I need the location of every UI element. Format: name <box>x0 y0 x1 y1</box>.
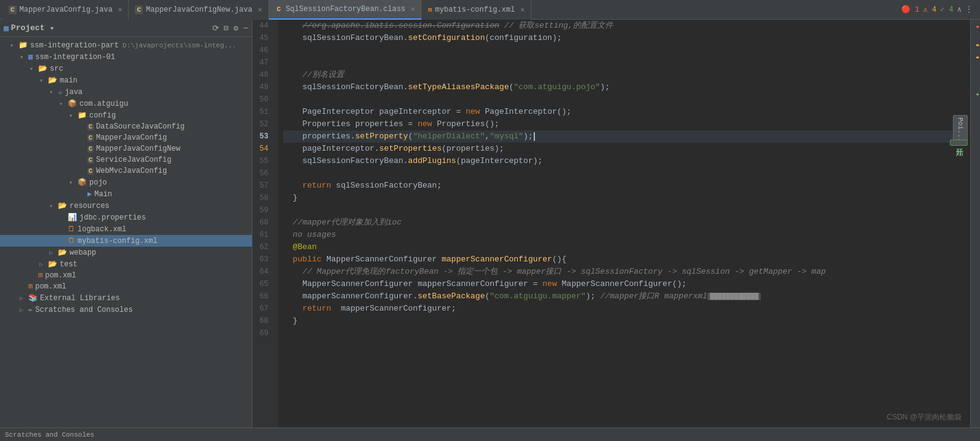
main-icon: 📂 <box>48 76 57 85</box>
datasource-class-icon: C <box>87 124 94 130</box>
tree-item-webapp[interactable]: ▷ 📂 webapp <box>0 247 252 258</box>
mjcn-class-icon: C <box>87 146 94 153</box>
ext-icon: 📚 <box>28 293 38 303</box>
tab-sql-session[interactable]: C SqlSessionFactoryBean.class ✕ <box>269 0 422 20</box>
ln-52: 52 <box>252 118 273 130</box>
tab-close-mapper-config-new[interactable]: ✕ <box>258 6 262 14</box>
bottom-scratches-label[interactable]: Scratches and Consoles <box>5 431 94 439</box>
tree-item-pom2[interactable]: ▷ m pom.xml <box>0 281 252 292</box>
code-line-68 <box>283 327 965 340</box>
ln-48: 48 <box>252 69 273 81</box>
code-line-49: sqlSessionFactoryBean.setTypeAliasesPack… <box>283 81 965 93</box>
tree-arrow-sjc: ▷ <box>79 156 87 164</box>
tree-item-java[interactable]: ▾ ☕ java <box>0 86 252 98</box>
tree-item-pojo[interactable]: ▾ 📦 pojo <box>0 177 252 188</box>
code-editor[interactable]: //org.apache.ibatis.session.Configuratio… <box>278 20 970 427</box>
tree-arrow-webapp: ▷ <box>49 249 58 256</box>
wmjc-class-icon: C <box>87 168 94 175</box>
tab-mapper-config[interactable]: C MapperJavaConfig.java ✕ <box>2 0 129 20</box>
tree-item-config[interactable]: ▾ 📁 config <box>0 109 252 121</box>
more-icon[interactable]: ⋮ <box>965 5 973 14</box>
tree-item-mapperjavaconfig[interactable]: ▷ C MapperJavaConfig <box>0 132 252 143</box>
tab-mapper-config-new[interactable]: C MapperJavaConfigNew.java ✕ <box>129 0 268 20</box>
tree-item-ext-libs[interactable]: ▷ 📚 External Libraries <box>0 292 252 304</box>
ln-47: 47 <box>252 57 273 69</box>
tree-item-src[interactable]: ▾ 📂 src <box>0 63 252 74</box>
scratches-icon: ✏ <box>28 305 33 314</box>
tree-item-mapperjavaconfignew[interactable]: ▷ C MapperJavaConfigNew <box>0 143 252 154</box>
code-line-51: PageInterceptor pageInterceptor = new Pa… <box>283 106 965 118</box>
tree-label-datasource: DataSourceJavaConfig <box>96 122 185 131</box>
tab-close-mapper-config[interactable]: ✕ <box>118 6 122 14</box>
code-text-57: return sqlSessionFactoryBean; <box>283 180 441 192</box>
expand-icon[interactable]: ∧ <box>957 5 962 14</box>
tree-item-pom1[interactable]: ▷ m pom.xml <box>0 270 252 281</box>
scroll-marker-yellow-1 <box>976 44 979 46</box>
tree-label-src: src <box>50 65 63 73</box>
tree-item-mybatis-config[interactable]: ▷ 🗒 mybatis-config.xml <box>0 235 252 247</box>
code-text-52: Properties properties = new Properties()… <box>283 118 499 130</box>
ln-64: 64 <box>252 266 273 278</box>
tree-arrow-test: ▷ <box>39 261 48 268</box>
code-text-65: mapperScannerConfigurer.setBasePackage("… <box>283 290 761 303</box>
tree-arrow-resources: ▾ <box>49 202 58 210</box>
ln-51: 51 <box>252 106 273 118</box>
tree-item-ssm01[interactable]: ▾ ▦ ssm-integration-01 <box>0 51 252 63</box>
error-count: 🔴 1 <box>901 5 919 14</box>
sidebar-tool-2[interactable]: ⊟ <box>224 23 229 33</box>
kaishi-button[interactable]: 开始 <box>950 140 968 146</box>
tree-label-main: main <box>60 76 78 85</box>
sidebar: ▦ Project ▾ ⟳ ⊟ ⚙ — ▾ 📁 ssm-integration-… <box>0 20 252 427</box>
tree-item-datasource[interactable]: ▷ C DataSourceJavaConfig <box>0 121 252 132</box>
ln-60: 60 <box>252 217 273 229</box>
code-line-56 <box>283 167 965 180</box>
mybatis-icon: 🗒 <box>68 236 75 245</box>
tree-arrow-wmjc: ▷ <box>79 167 87 175</box>
code-content: 44 45 46 47 48 49 50 51 52 53 54 55 56 5… <box>252 20 980 427</box>
sidebar-tool-4[interactable]: — <box>243 23 248 33</box>
tab-mybatis-config[interactable]: m mybatis-config.xml ✕ <box>422 0 531 20</box>
tab-close-mybatis-config[interactable]: ✕ <box>520 6 524 14</box>
tree-item-resources[interactable]: ▾ 📂 resources <box>0 200 252 212</box>
tab-close-sql-session[interactable]: ✕ <box>411 5 416 13</box>
tab-icon-c2: C <box>135 6 143 14</box>
code-line-nousages: no usages <box>283 229 965 241</box>
resources-icon: 📂 <box>58 201 67 210</box>
tree-item-main[interactable]: ▾ 📂 main <box>0 74 252 86</box>
project-folder-icon: 📁 <box>18 41 28 50</box>
code-line-54: pageInterceptor.setProperties(properties… <box>283 143 965 155</box>
tree-item-main-class[interactable]: ▷ ▶ Main <box>0 188 252 200</box>
tree-item-scratches[interactable]: ▷ ✏ Scratches and Consoles <box>0 304 252 316</box>
warn-count: ⚠ 4 <box>923 5 936 14</box>
tree-item-com-atguigu[interactable]: ▾ 📦 com.atguigu <box>0 98 252 109</box>
tree-arrow-main: ▾ <box>39 77 48 84</box>
main-class-icon: ▶ <box>87 189 92 199</box>
tab-label-mybatis-config: mybatis-config.xml <box>435 6 515 14</box>
tree-item-webmvcjavaconfig[interactable]: ▷ C WebMvcJavaConfig <box>0 165 252 177</box>
tree-label-resources: resources <box>70 202 110 210</box>
ln-69: 69 <box>252 327 273 340</box>
tree-label-logback: logback.xml <box>78 225 126 234</box>
tree-arrow-src: ▾ <box>30 65 38 73</box>
ln-59: 59 <box>252 204 273 217</box>
project-dropdown-arrow[interactable]: ▾ <box>49 23 54 33</box>
tree-item-servicejavaconfig[interactable]: ▷ C ServiceJavaConfig <box>0 154 252 165</box>
tree-item-test[interactable]: ▷ 📂 test <box>0 258 252 270</box>
tab-label-sql-session: SqlSessionFactoryBean.class <box>286 5 405 14</box>
editor-area: 44 45 46 47 48 49 50 51 52 53 54 55 56 5… <box>252 20 980 427</box>
sidebar-tool-1[interactable]: ⟳ <box>212 23 219 33</box>
tree-arrow-datasource: ▷ <box>79 123 87 130</box>
tree-arrow-mjcn: ▷ <box>79 145 87 153</box>
sidebar-tool-3[interactable]: ⚙ <box>233 23 238 33</box>
tab-bar-right: 🔴 1 ⚠ 4 ✓ 4 ∧ ⋮ <box>901 5 978 14</box>
tree-item-jdbc-props[interactable]: ▷ 📊 jdbc.properties <box>0 212 252 223</box>
project-path: D:\javaprojects\ssm-integ... <box>122 42 236 49</box>
code-text-67: } <box>283 315 297 327</box>
scrollbar-panel[interactable] <box>970 20 980 427</box>
code-text-64: MapperScannerConfigurer mapperScannerCon… <box>283 278 686 290</box>
ln-68: 68 <box>252 315 273 327</box>
ln-46: 46 <box>252 44 273 57</box>
tree-item-logback[interactable]: ▷ 🗒 logback.xml <box>0 223 252 235</box>
scroll-marker-red <box>976 26 979 28</box>
tree-item-root[interactable]: ▾ 📁 ssm-integration-part D:\javaprojects… <box>0 39 252 51</box>
